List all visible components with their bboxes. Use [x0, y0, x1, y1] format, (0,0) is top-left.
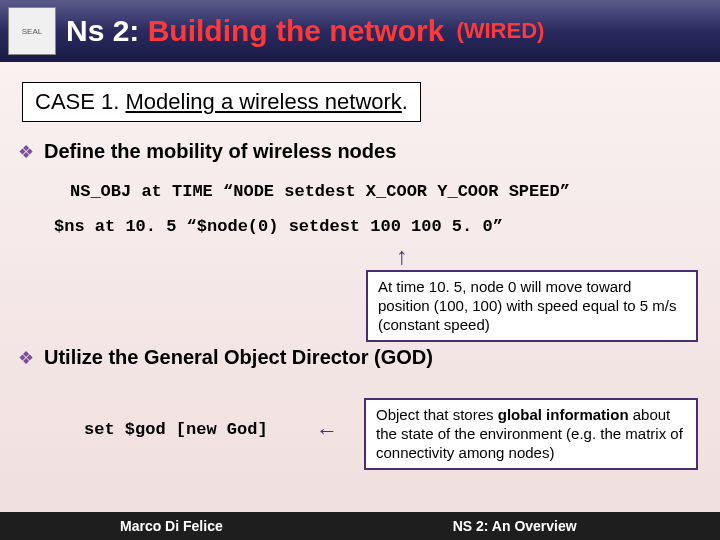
callout-1-text: At time 10. 5, node 0 will move toward p…	[378, 278, 677, 333]
bullet-1-text: Define the mobility of wireless nodes	[44, 140, 396, 163]
bullet-2-text: Utilize the General Object Director (GOD…	[44, 346, 433, 369]
callout-box-1: At time 10. 5, node 0 will move toward p…	[366, 270, 698, 342]
code-syntax-line: NS_OBJ at TIME “NODE setdest X_COOR Y_CO…	[70, 182, 720, 201]
case-label: CASE 1.	[35, 89, 125, 114]
diamond-bullet-icon: ❖	[18, 346, 34, 370]
footer-title: NS 2: An Overview	[453, 518, 577, 534]
callout-2-pre: Object that stores	[376, 406, 498, 423]
slide-footer: Marco Di Felice NS 2: An Overview	[0, 512, 720, 540]
callout-2-bold: global information	[498, 406, 629, 423]
diamond-bullet-icon: ❖	[18, 140, 34, 164]
slide-header: SEAL Ns 2: Building the network (WIRED)	[0, 0, 720, 62]
case-suffix: .	[402, 89, 408, 114]
case-box: CASE 1. Modeling a wireless network.	[22, 82, 421, 122]
arrow-up-icon: ↑	[396, 242, 408, 270]
title-prefix: Ns 2:	[66, 14, 148, 47]
title-tag: (WIRED)	[456, 18, 544, 44]
callout-box-2: Object that stores global information ab…	[364, 398, 698, 470]
bullet-2: ❖ Utilize the General Object Director (G…	[18, 346, 720, 370]
case-text: Modeling a wireless network	[125, 89, 401, 114]
bullet-1: ❖ Define the mobility of wireless nodes	[18, 140, 720, 164]
slide-title: Ns 2: Building the network	[66, 14, 444, 48]
arrow-left-icon: ←	[316, 418, 338, 444]
code-example-line: $ns at 10. 5 “$node(0) setdest 100 100 5…	[54, 217, 720, 236]
university-logo: SEAL	[8, 7, 56, 55]
footer-author: Marco Di Felice	[120, 518, 223, 534]
code-god-line: set $god [new God]	[84, 420, 268, 439]
title-main: Building the network	[148, 14, 445, 47]
